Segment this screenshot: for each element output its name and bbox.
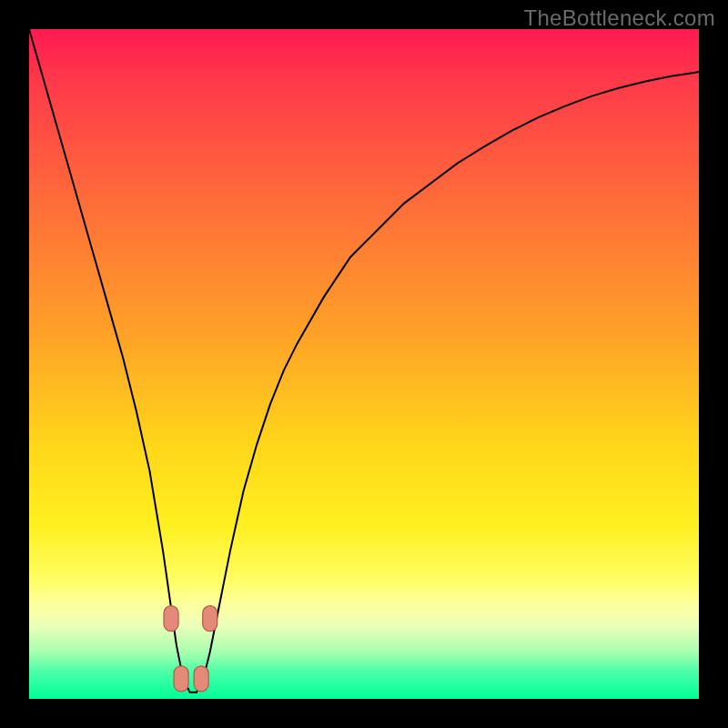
chart-area	[29, 29, 699, 699]
curve-marker	[203, 606, 217, 632]
curve-markers	[164, 606, 217, 692]
watermark-text: TheBottleneck.com	[523, 5, 715, 31]
curve-marker	[194, 666, 208, 692]
curve-marker	[174, 666, 188, 692]
curve-marker	[164, 606, 178, 632]
bottleneck-chart	[29, 29, 699, 699]
bottleneck-curve	[29, 29, 699, 693]
